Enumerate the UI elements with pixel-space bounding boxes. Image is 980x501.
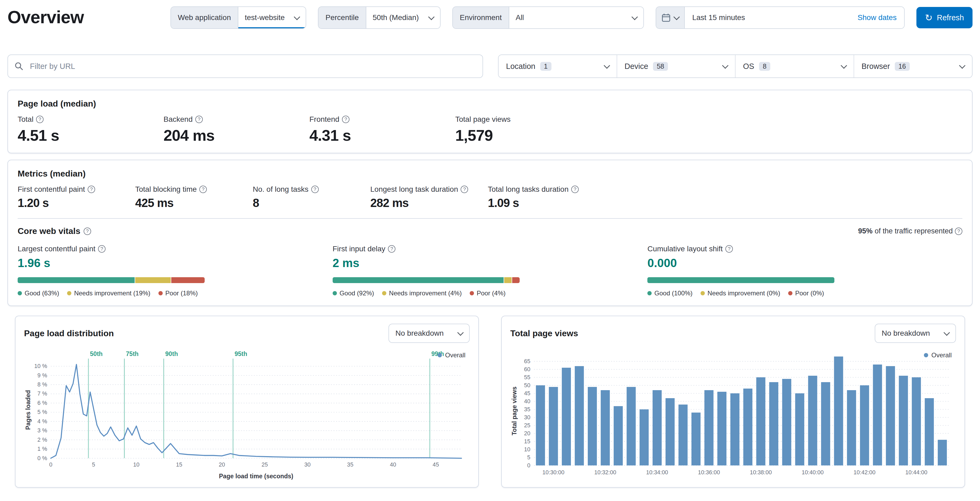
good-legend-dot xyxy=(332,291,337,295)
info-icon[interactable] xyxy=(199,186,207,193)
svg-text:30: 30 xyxy=(304,461,311,468)
environment-label: Environment xyxy=(453,7,509,28)
stat-tbt-value: 425 ms xyxy=(135,196,253,210)
svg-text:45: 45 xyxy=(433,461,439,468)
cwv-bar-poor-segment xyxy=(171,277,205,283)
header: Overview Web application test-website Pe… xyxy=(0,0,980,29)
vital-cls-value: 0.000 xyxy=(648,256,963,270)
date-picker-calendar-button[interactable] xyxy=(656,7,685,28)
svg-text:20: 20 xyxy=(219,461,225,468)
total-page-views-panel: Total page views No breakdown Overall 05… xyxy=(501,316,965,488)
svg-text:90th: 90th xyxy=(165,350,178,357)
stat-total-page-views-value: 1,579 xyxy=(455,126,601,144)
legend-dot xyxy=(924,353,928,357)
filter-browser-count-badge: 16 xyxy=(895,62,910,71)
info-icon[interactable] xyxy=(98,245,105,253)
environment-select[interactable]: All xyxy=(509,7,643,28)
stat-fcp-value: 1.20 s xyxy=(18,196,135,210)
svg-text:10:40:00: 10:40:00 xyxy=(802,469,823,476)
needs-improvement-legend-dot xyxy=(700,291,705,295)
percentile-select[interactable]: 50th (Median) xyxy=(366,7,440,28)
header-controls: Web application test-website Percentile … xyxy=(170,6,972,29)
chevron-down-icon xyxy=(673,14,680,20)
cwv-bar-good-segment xyxy=(648,277,834,283)
filter-location[interactable]: Location 1 xyxy=(498,55,617,78)
filter-device[interactable]: Device 58 xyxy=(617,55,736,78)
date-range-display[interactable]: Last 15 minutes xyxy=(685,7,850,28)
stat-total: Total 4.51 s xyxy=(18,115,164,144)
filter-bar: Location 1 Device 58 OS 8 Browser 16 xyxy=(8,54,972,78)
info-icon[interactable] xyxy=(725,245,733,253)
poor-legend-dot xyxy=(470,291,474,295)
calendar-icon xyxy=(662,13,671,22)
svg-text:60: 60 xyxy=(524,366,530,372)
svg-text:8 %: 8 % xyxy=(37,381,47,388)
chevron-down-icon xyxy=(457,329,463,336)
filter-location-count-badge: 1 xyxy=(540,62,552,71)
filter-browser[interactable]: Browser 16 xyxy=(854,55,972,78)
refresh-icon: ↻ xyxy=(925,13,933,22)
svg-text:10:32:00: 10:32:00 xyxy=(594,469,616,476)
divider xyxy=(18,218,963,219)
chevron-down-icon xyxy=(294,14,300,20)
info-icon[interactable] xyxy=(88,186,95,193)
distribution-breakdown-select[interactable]: No breakdown xyxy=(388,324,470,343)
traffic-represented-note: 95% of the traffic represented xyxy=(858,227,963,235)
info-icon[interactable] xyxy=(461,186,468,193)
info-icon[interactable] xyxy=(955,227,963,235)
url-filter xyxy=(8,54,483,78)
vital-cls: Cumulative layout shift 0.000 Good (100%… xyxy=(648,245,963,297)
needs-improvement-legend-dot xyxy=(67,291,72,295)
stat-backend: Backend 204 ms xyxy=(164,115,309,144)
svg-text:55: 55 xyxy=(524,374,530,380)
cwv-legend: Good (63%) Needs improvement (19%) Poor … xyxy=(18,289,332,297)
show-dates-button[interactable]: Show dates xyxy=(850,7,904,28)
chevron-down-icon xyxy=(959,62,965,68)
chevron-down-icon xyxy=(632,14,638,20)
user-experience-overview-page: Overview Web application test-website Pe… xyxy=(0,0,980,501)
filter-location-label: Location xyxy=(506,62,535,71)
total-page-views-chart: 0510152025303540455055606510:30:0010:32:… xyxy=(510,349,956,482)
info-icon[interactable] xyxy=(311,186,319,193)
svg-text:5 %: 5 % xyxy=(37,409,47,415)
svg-text:35: 35 xyxy=(347,461,353,468)
svg-text:10 %: 10 % xyxy=(34,363,47,369)
page-views-breakdown-select[interactable]: No breakdown xyxy=(875,324,956,343)
svg-text:30: 30 xyxy=(524,414,530,420)
filter-os-count-badge: 8 xyxy=(759,62,770,71)
vital-fid: First input delay 2 ms Good (92%) Needs … xyxy=(332,245,648,297)
metrics-stats: First contentful paint 1.20 s Total bloc… xyxy=(18,185,963,210)
svg-text:3 %: 3 % xyxy=(37,427,47,433)
svg-text:15: 15 xyxy=(524,438,530,444)
url-filter-input[interactable] xyxy=(29,61,476,71)
total-page-views-title: Total page views xyxy=(510,328,578,338)
distribution-legend-overall[interactable]: Overall xyxy=(438,351,465,359)
vital-fid-value: 2 ms xyxy=(332,256,648,270)
percentile-value: 50th (Median) xyxy=(373,13,419,22)
filter-os-label: OS xyxy=(743,62,754,71)
metrics-panel-title: Metrics (median) xyxy=(18,169,963,179)
stat-longest-task: Longest long task duration 282 ms xyxy=(370,185,488,210)
refresh-button[interactable]: ↻ Refresh xyxy=(916,7,972,28)
web-application-select[interactable]: test-website xyxy=(238,7,305,28)
svg-text:Page load time (seconds): Page load time (seconds) xyxy=(219,473,293,480)
svg-text:0: 0 xyxy=(49,461,52,468)
svg-text:35: 35 xyxy=(524,406,530,412)
filter-device-label: Device xyxy=(625,62,648,71)
page-views-legend-overall[interactable]: Overall xyxy=(924,351,952,359)
info-icon[interactable] xyxy=(195,116,203,123)
info-icon[interactable] xyxy=(342,116,350,123)
cwv-bar xyxy=(18,277,205,283)
filter-os[interactable]: OS 8 xyxy=(735,55,854,78)
core-web-vitals-header: Core web vitals 95% of the traffic repre… xyxy=(18,226,963,236)
info-icon[interactable] xyxy=(571,186,579,193)
stat-longest-task-value: 282 ms xyxy=(370,196,488,210)
charts-row: Page load distribution No breakdown Over… xyxy=(8,316,972,488)
vital-lcp: Largest contentful paint 1.96 s Good (63… xyxy=(18,245,332,297)
core-web-vitals-title: Core web vitals xyxy=(18,226,80,236)
info-icon[interactable] xyxy=(388,245,395,253)
info-icon[interactable] xyxy=(36,116,43,123)
info-icon[interactable] xyxy=(84,227,91,235)
web-application-select-group: Web application test-website xyxy=(170,6,307,29)
percentile-label: Percentile xyxy=(318,7,366,28)
